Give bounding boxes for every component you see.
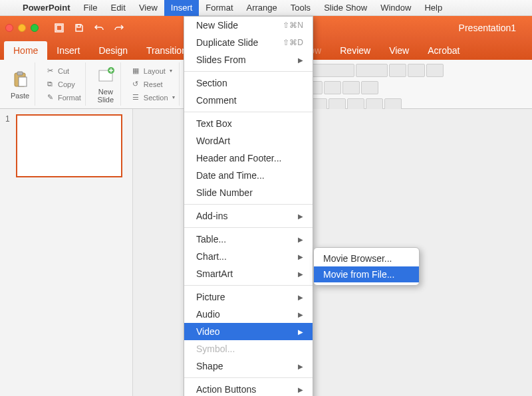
menu-insert[interactable]: Insert bbox=[164, 0, 200, 16]
menu-item-header-and-footer[interactable]: Header and Footer... bbox=[184, 149, 313, 167]
menu-item-label: SmartArt bbox=[196, 268, 233, 279]
menu-item-label: Slide Number bbox=[196, 187, 253, 198]
thumb-number: 1 bbox=[5, 114, 12, 177]
submenu-item-movie-from-file[interactable]: Movie from File... bbox=[314, 266, 419, 282]
menu-item-text-box[interactable]: Text Box bbox=[184, 115, 313, 132]
tab-view[interactable]: View bbox=[380, 41, 418, 60]
menu-item-label: New Slide bbox=[196, 20, 238, 31]
menu-item-audio[interactable]: Audio▶ bbox=[184, 306, 313, 323]
menu-item-label: Audio bbox=[196, 309, 220, 320]
menu-separator bbox=[184, 71, 313, 72]
submenu-arrow-icon: ▶ bbox=[298, 270, 303, 278]
menu-help[interactable]: Help bbox=[418, 0, 449, 16]
grow-font-button[interactable] bbox=[389, 64, 406, 77]
menu-item-table[interactable]: Table...▶ bbox=[184, 231, 313, 248]
menu-file[interactable]: File bbox=[77, 0, 104, 16]
slide-thumbnail-1[interactable] bbox=[16, 114, 122, 177]
svg-rect-5 bbox=[19, 77, 27, 86]
menu-item-comment[interactable]: Comment bbox=[184, 92, 313, 109]
clear-format-button[interactable] bbox=[426, 64, 444, 77]
menu-separator bbox=[184, 227, 313, 228]
slide-opts-group: ▦Layout▾ ↺Reset ☰Section▾ bbox=[126, 62, 180, 106]
new-slide-label: New Slide bbox=[98, 88, 114, 104]
char-spacing-button[interactable] bbox=[342, 81, 360, 94]
menu-item-new-slide[interactable]: New Slide⇧⌘N bbox=[184, 17, 313, 34]
menu-item-label: Comment bbox=[196, 95, 237, 106]
tab-review[interactable]: Review bbox=[331, 41, 380, 60]
reset-button[interactable]: ↺Reset bbox=[130, 79, 175, 90]
copy-icon: ⧉ bbox=[45, 79, 55, 90]
menu-item-chart[interactable]: Chart...▶ bbox=[184, 248, 313, 265]
cut-button[interactable]: ✂Cut bbox=[45, 66, 81, 76]
menu-item-label: Chart... bbox=[196, 251, 227, 262]
menu-item-slide-number[interactable]: Slide Number bbox=[184, 184, 313, 201]
menu-item-wordart[interactable]: WordArt bbox=[184, 132, 313, 149]
submenu-arrow-icon: ▶ bbox=[298, 386, 303, 393]
submenu-arrow-icon: ▶ bbox=[298, 213, 303, 220]
menu-item-label: Header and Footer... bbox=[196, 153, 281, 163]
menu-item-slides-from[interactable]: Slides From▶ bbox=[184, 51, 313, 68]
menu-item-section[interactable]: Section bbox=[184, 74, 313, 92]
submenu-arrow-icon: ▶ bbox=[298, 294, 303, 301]
submenu-arrow-icon: ▶ bbox=[298, 56, 303, 64]
menu-separator bbox=[184, 112, 313, 112]
menu-tools[interactable]: Tools bbox=[284, 0, 317, 16]
redo-icon[interactable] bbox=[110, 21, 128, 35]
quick-access-toolbar bbox=[51, 21, 128, 35]
section-icon: ☰ bbox=[130, 92, 141, 103]
cut-icon: ✂ bbox=[45, 66, 55, 76]
format-painter-button[interactable]: ✎Format bbox=[45, 92, 81, 103]
menu-shortcut: ⇧⌘D bbox=[283, 38, 303, 47]
font-color-button[interactable] bbox=[361, 81, 378, 94]
section-button[interactable]: ☰Section▾ bbox=[130, 92, 175, 103]
cut-label: Cut bbox=[58, 67, 69, 75]
section-label: Section bbox=[144, 94, 168, 102]
home-icon[interactable] bbox=[51, 21, 68, 35]
new-slide-button[interactable]: New Slide bbox=[95, 65, 116, 104]
menu-item-shape[interactable]: Shape▶ bbox=[184, 357, 313, 375]
menu-format[interactable]: Format bbox=[199, 0, 239, 16]
menu-item-smartart[interactable]: SmartArt▶ bbox=[184, 265, 313, 282]
new-slide-icon bbox=[95, 65, 116, 86]
menu-arrange[interactable]: Arrange bbox=[240, 0, 284, 16]
menu-slideshow[interactable]: Slide Show bbox=[317, 0, 374, 16]
menu-item-duplicate-slide[interactable]: Duplicate Slide⇧⌘D bbox=[184, 34, 313, 51]
menu-item-label: Date and Time... bbox=[196, 170, 265, 181]
tab-home[interactable]: Home bbox=[4, 41, 47, 60]
shrink-font-button[interactable] bbox=[408, 64, 425, 77]
menu-separator bbox=[184, 204, 313, 205]
minimize-window-button[interactable] bbox=[18, 24, 26, 32]
tab-insert[interactable]: Insert bbox=[47, 41, 89, 60]
menu-separator bbox=[184, 377, 313, 378]
tab-design[interactable]: Design bbox=[89, 41, 137, 60]
submenu-item-movie-browser[interactable]: Movie Browser... bbox=[314, 250, 419, 266]
app-menu[interactable]: PowerPoint bbox=[16, 0, 77, 16]
menu-item-add-ins[interactable]: Add-ins▶ bbox=[184, 207, 313, 225]
undo-icon[interactable] bbox=[90, 21, 108, 35]
slide-thumbnail-panel[interactable]: 1 bbox=[0, 109, 133, 396]
tab-acrobat[interactable]: Acrobat bbox=[418, 41, 469, 60]
menu-item-date-and-time[interactable]: Date and Time... bbox=[184, 167, 313, 184]
menu-window[interactable]: Window bbox=[374, 0, 418, 16]
reset-label: Reset bbox=[144, 80, 163, 88]
copy-button[interactable]: ⧉Copy bbox=[45, 79, 81, 90]
menu-edit[interactable]: Edit bbox=[104, 0, 132, 16]
font-size-dropdown[interactable] bbox=[356, 64, 388, 77]
layout-icon: ▦ bbox=[130, 66, 141, 76]
menu-item-action-buttons[interactable]: Action Buttons▶ bbox=[184, 381, 313, 396]
menu-item-video[interactable]: Video▶ bbox=[184, 323, 313, 340]
reset-icon: ↺ bbox=[130, 79, 141, 90]
save-icon[interactable] bbox=[70, 21, 88, 35]
strike-button[interactable] bbox=[324, 81, 341, 94]
layout-button[interactable]: ▦Layout▾ bbox=[130, 66, 175, 76]
fullscreen-window-button[interactable] bbox=[31, 24, 39, 32]
close-window-button[interactable] bbox=[5, 24, 13, 32]
layout-label: Layout bbox=[144, 67, 166, 75]
menu-item-picture[interactable]: Picture▶ bbox=[184, 288, 313, 306]
menu-item-label: Section bbox=[196, 78, 227, 88]
window-controls bbox=[5, 24, 39, 32]
menu-item-label: Shape bbox=[196, 361, 223, 371]
menu-view[interactable]: View bbox=[132, 0, 164, 16]
menu-item-label: WordArt bbox=[196, 136, 230, 146]
paste-button[interactable]: Paste bbox=[9, 69, 31, 100]
